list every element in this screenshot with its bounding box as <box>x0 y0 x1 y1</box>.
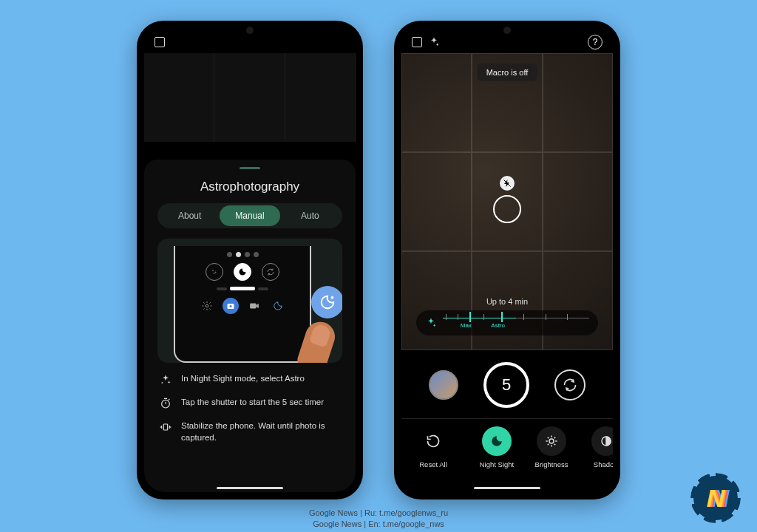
tab-auto[interactable]: Auto <box>280 205 340 226</box>
exposure-slider[interactable]: Max Astro <box>416 310 598 335</box>
viewfinder[interactable]: Macro is off Up to 4 min <box>401 53 613 350</box>
help-icon[interactable]: ? <box>588 35 602 50</box>
camera-notch <box>246 27 254 34</box>
step-2: Tap the shutter to start the 5 sec timer <box>159 397 341 410</box>
switch-camera-button[interactable] <box>554 369 585 400</box>
scale-max-label: Max <box>461 322 472 329</box>
stabilize-icon <box>159 420 172 434</box>
status-qr-icon <box>155 37 165 47</box>
footer-credits: Google News | Ru: t.me/googlenws_ru Goog… <box>0 508 757 529</box>
tutorial-illustration <box>157 239 342 363</box>
adjustment-modes: Reset All Night Sight Brightness <box>401 426 613 468</box>
astro-sheet: Astrophotography About Manual Auto <box>144 160 356 492</box>
svg-point-2 <box>214 273 214 274</box>
sparkle-icon[interactable] <box>428 36 440 48</box>
step-text: In Night Sight mode, select Astro <box>181 373 305 385</box>
instruction-list: In Night Sight mode, select Astro Tap th… <box>159 373 341 443</box>
mini-stars-icon <box>206 263 223 281</box>
sheet-title: Astrophotography <box>155 180 345 194</box>
camera-notch <box>503 27 511 34</box>
mode-night-sight[interactable]: Night Sight <box>472 426 521 468</box>
status-qr-icon <box>412 37 422 47</box>
svg-point-1 <box>215 272 216 273</box>
sparkle-icon <box>425 317 437 329</box>
svg-point-10 <box>549 439 554 443</box>
sparkle-icon <box>159 373 172 386</box>
step-3: Stabilize the phone. Wait until photo is… <box>159 420 341 443</box>
mini-refresh-icon <box>262 263 279 281</box>
mode-brightness[interactable]: Brightness <box>527 426 576 468</box>
scale-astro-label: Astro <box>491 322 505 329</box>
shutter-countdown: 5 <box>502 375 511 395</box>
focus-indicator <box>493 176 521 223</box>
camera-controls: 5 Reset All <box>401 350 613 492</box>
shutter-button[interactable]: 5 <box>483 362 529 408</box>
status-bar: ? <box>412 35 602 49</box>
svg-point-0 <box>213 270 214 271</box>
flash-off-icon <box>500 176 515 191</box>
phone-left: Astrophotography About Manual Auto <box>137 21 363 499</box>
svg-rect-6 <box>250 304 256 309</box>
gallery-thumbnail[interactable] <box>429 370 458 400</box>
focus-ring <box>493 195 521 223</box>
mini-video-icon <box>246 298 262 314</box>
mini-photo-icon <box>223 298 239 314</box>
svg-point-3 <box>206 304 208 307</box>
moon-icon <box>482 426 512 456</box>
tab-manual[interactable]: Manual <box>220 205 279 226</box>
step-1: In Night Sight mode, select Astro <box>159 373 341 386</box>
svg-rect-8 <box>163 424 167 430</box>
svg-point-5 <box>230 305 232 307</box>
exposure-time-label: Up to 4 min <box>416 297 598 306</box>
brightness-icon <box>537 426 566 456</box>
tab-group: About Manual Auto <box>157 203 342 228</box>
watermark-logo: N <box>693 476 738 520</box>
macro-toast: Macro is off <box>478 64 537 81</box>
mini-moon-icon <box>234 263 251 281</box>
shadow-icon <box>591 426 613 456</box>
tab-about[interactable]: About <box>160 205 220 226</box>
mini-nightsight-icon <box>270 298 286 314</box>
step-text: Stabilize the phone. Wait until photo is… <box>181 420 341 443</box>
timer-icon <box>159 397 172 410</box>
mode-shadow[interactable]: Shadow <box>582 426 613 468</box>
sheet-grabber[interactable] <box>240 167 260 169</box>
mini-settings-icon <box>199 298 215 314</box>
astro-mode-highlight-icon <box>311 286 342 318</box>
viewfinder-preview <box>144 53 356 142</box>
step-text: Tap the shutter to start the 5 sec timer <box>181 397 324 409</box>
home-indicator[interactable] <box>217 487 283 489</box>
phone-right: ? Macro is off Up to 4 min <box>394 21 620 499</box>
home-indicator[interactable] <box>474 487 540 489</box>
reset-icon <box>418 426 448 456</box>
divider <box>401 418 613 419</box>
mode-reset-all[interactable]: Reset All <box>409 426 458 468</box>
status-bar <box>155 35 345 49</box>
